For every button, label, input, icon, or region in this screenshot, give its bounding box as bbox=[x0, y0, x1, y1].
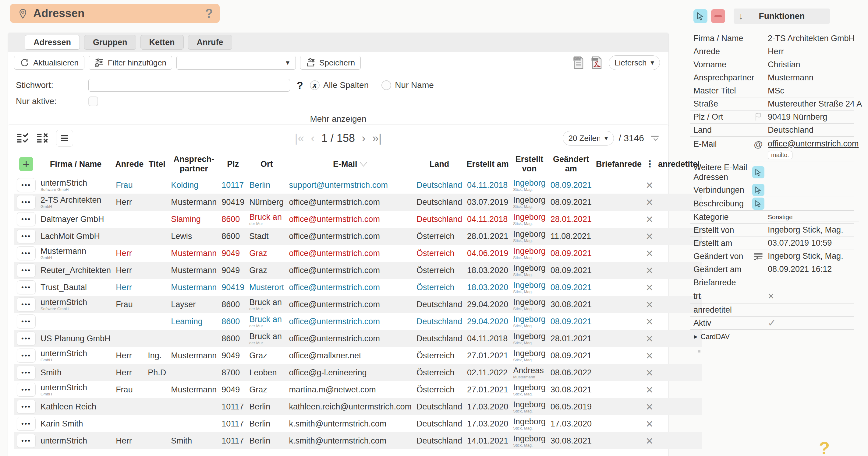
table-row[interactable]: •••untermStrichHerrSmith10117Berlink.smi… bbox=[14, 432, 702, 449]
email-text[interactable]: office@untermstrich.com bbox=[289, 283, 380, 292]
email-text[interactable]: office@untermstrich.com bbox=[289, 266, 380, 275]
col-erstellt-am[interactable]: Erstellt am bbox=[465, 152, 510, 176]
col-erstellt-von[interactable]: Erstellt von bbox=[510, 152, 548, 176]
col-firma-name[interactable]: Firma / Name bbox=[38, 152, 113, 176]
col-briefanrede[interactable]: Briefanrede bbox=[594, 152, 644, 176]
refresh-button[interactable]: Aktualisieren bbox=[14, 56, 84, 70]
table-row[interactable]: •••Reuter_ArchitektenHerrMustermann9049G… bbox=[14, 262, 702, 279]
email-text[interactable]: kathleen.reich@untermstrich.com bbox=[289, 402, 412, 411]
deselect-all-icon[interactable] bbox=[36, 132, 50, 144]
email-link[interactable]: office@untermstrich.com bbox=[768, 139, 859, 148]
rows-per-page-select[interactable]: 20 Zeilen ▼ bbox=[563, 131, 614, 145]
row-options-button[interactable]: ••• bbox=[17, 178, 36, 192]
email-text[interactable]: office@untermstrich.com bbox=[289, 317, 380, 326]
row-options-button[interactable]: ••• bbox=[17, 212, 36, 226]
last-page-button[interactable]: »| bbox=[372, 132, 382, 144]
col-email[interactable]: E-Mail bbox=[286, 152, 414, 176]
row-options-button[interactable]: ••• bbox=[17, 297, 36, 312]
table-row[interactable]: •••untermStrichGmbHFrauMustermann9049Gra… bbox=[14, 381, 702, 398]
row-options-button[interactable]: ••• bbox=[17, 349, 36, 363]
email-text[interactable]: k.smith@untermstrich.com bbox=[289, 419, 386, 428]
active-only-checkbox[interactable] bbox=[88, 97, 98, 106]
row-options-button[interactable]: ••• bbox=[17, 195, 36, 209]
functions-dropdown[interactable]: ↓ Funktionen bbox=[734, 8, 830, 24]
carddav-section[interactable]: ▶ CardDAV bbox=[690, 330, 854, 344]
email-text[interactable]: office@untermstrich.com bbox=[289, 300, 380, 309]
row-options-button[interactable]: ••• bbox=[17, 246, 36, 260]
email-text[interactable]: office@g-l.enineering bbox=[289, 368, 367, 377]
table-row[interactable]: •••LachMoit GmbHLewis8600Stadtoffice@unt… bbox=[14, 228, 702, 245]
email-text[interactable]: k.smith@untermstrich.com bbox=[289, 436, 386, 445]
col-geaendert-am[interactable]: Geändert am bbox=[548, 152, 594, 176]
col-anrede[interactable]: Anrede bbox=[113, 152, 145, 176]
email-text[interactable]: office@untermstrich.com bbox=[289, 249, 380, 258]
radio-all-columns[interactable]: Alle Spalten bbox=[310, 80, 369, 90]
table-row[interactable]: •••untermStrichGmbHHerrIng.Mustermann904… bbox=[14, 347, 702, 364]
table-row[interactable]: •••Karin Smith10117Berlink.smith@unterms… bbox=[14, 415, 702, 432]
tab-ketten[interactable]: Ketten bbox=[141, 35, 184, 50]
first-page-button[interactable]: |« bbox=[294, 132, 304, 144]
col-plz[interactable]: Plz bbox=[219, 152, 247, 176]
title-help-button[interactable]: ? bbox=[205, 6, 213, 21]
select-all-icon[interactable] bbox=[16, 132, 30, 144]
filter-select[interactable]: ▼ bbox=[177, 56, 296, 70]
radio-name-only[interactable]: Nur Name bbox=[381, 80, 434, 90]
row-options-button[interactable]: ••• bbox=[17, 434, 36, 448]
email-text[interactable]: office@mallxner.net bbox=[289, 351, 361, 360]
table-row[interactable]: •••Daltmayer GmbHSlaming8600Bruck ander … bbox=[14, 210, 702, 228]
save-button[interactable]: Speichern bbox=[300, 56, 361, 70]
add-filter-button[interactable]: Filter hinzufügen bbox=[89, 56, 172, 70]
pdf-export-icon[interactable] bbox=[590, 56, 603, 70]
email-text[interactable]: office@untermstrich.com bbox=[289, 198, 380, 207]
prev-page-button[interactable]: ‹ bbox=[311, 132, 315, 144]
row-options-button[interactable]: ••• bbox=[17, 366, 36, 380]
col-titel[interactable]: Titel bbox=[145, 152, 168, 176]
open-detail-button[interactable] bbox=[752, 184, 765, 196]
table-row[interactable]: •••untermStrichSoftware GmbHFrauKolding1… bbox=[14, 176, 702, 194]
row-options-button[interactable]: ••• bbox=[17, 400, 36, 414]
email-text[interactable]: office@untermstrich.com bbox=[289, 232, 380, 241]
col-land[interactable]: Land bbox=[414, 152, 465, 176]
row-options-button[interactable]: ••• bbox=[17, 229, 36, 243]
email-text[interactable]: office@untermstrich.com bbox=[289, 334, 380, 343]
table-row[interactable]: •••US Planung GmbH8600Bruck ander Muroff… bbox=[14, 330, 702, 347]
table-row[interactable]: •••SmithHerrPh.D8700Leobenoffice@g-l.eni… bbox=[14, 364, 702, 381]
row-options-button[interactable]: ••• bbox=[17, 383, 36, 397]
row-options-button[interactable]: ••• bbox=[17, 417, 36, 431]
row-options-button[interactable]: ••• bbox=[17, 263, 36, 277]
lieferschein-select[interactable]: Lieferschein ▼ bbox=[609, 56, 660, 70]
select-record-button[interactable] bbox=[693, 9, 707, 23]
help-button[interactable]: ? bbox=[819, 438, 830, 456]
show-more-link[interactable]: Mehr anzeigen bbox=[310, 114, 366, 124]
next-page-button[interactable]: › bbox=[362, 132, 366, 144]
row-options-button[interactable]: ••• bbox=[17, 331, 36, 346]
search-help[interactable]: ? bbox=[297, 79, 303, 91]
open-detail-button[interactable] bbox=[752, 198, 765, 210]
table-row[interactable]: •••untermStrichSoftware GmbHFrauLayser86… bbox=[14, 296, 702, 313]
menu-button[interactable] bbox=[56, 130, 73, 147]
row-options-button[interactable]: ••• bbox=[17, 315, 36, 328]
csv-export-icon[interactable]: CSV bbox=[572, 56, 585, 70]
table-row[interactable]: •••MustermannGmbHHerrMustermann9049Grazo… bbox=[14, 245, 702, 262]
keyword-input[interactable] bbox=[88, 79, 290, 92]
col-ansprechpartner[interactable]: Ansprech-partner bbox=[168, 152, 219, 176]
add-address-button[interactable]: + bbox=[19, 157, 33, 171]
detail-field-row: Firma / Name2-TS Architekten GmbH bbox=[690, 32, 854, 45]
table-row[interactable]: •••Kathleen Reich10117Berlinkathleen.rei… bbox=[14, 398, 702, 415]
col-options-dots[interactable]: ⋮ bbox=[644, 152, 656, 176]
table-row[interactable]: •••2-TS ArchitektenGmbHHerrMustermann904… bbox=[14, 194, 702, 210]
collapse-icon[interactable] bbox=[649, 132, 660, 144]
col-ort[interactable]: Ort bbox=[247, 152, 286, 176]
row-options-button[interactable]: ••• bbox=[17, 280, 36, 294]
tab-anrufe[interactable]: Anrufe bbox=[188, 35, 232, 50]
email-text[interactable]: office@untermstrich.com bbox=[289, 215, 380, 224]
email-text[interactable]: support@untermstrich.com bbox=[289, 181, 388, 190]
table-row[interactable]: •••Leaming8600Bruck ander Muroffice@unte… bbox=[14, 313, 702, 330]
open-detail-button[interactable] bbox=[752, 166, 765, 178]
tab-adressen[interactable]: Adressen bbox=[25, 35, 80, 50]
table-row[interactable]: •••Trust_BautalHerrMustermann90419Muster… bbox=[14, 279, 702, 296]
field-value[interactable]: Sonstige bbox=[768, 214, 859, 222]
remove-button[interactable] bbox=[711, 9, 725, 23]
email-text[interactable]: martina.m@netwet.com bbox=[289, 385, 376, 394]
tab-gruppen[interactable]: Gruppen bbox=[84, 35, 136, 50]
